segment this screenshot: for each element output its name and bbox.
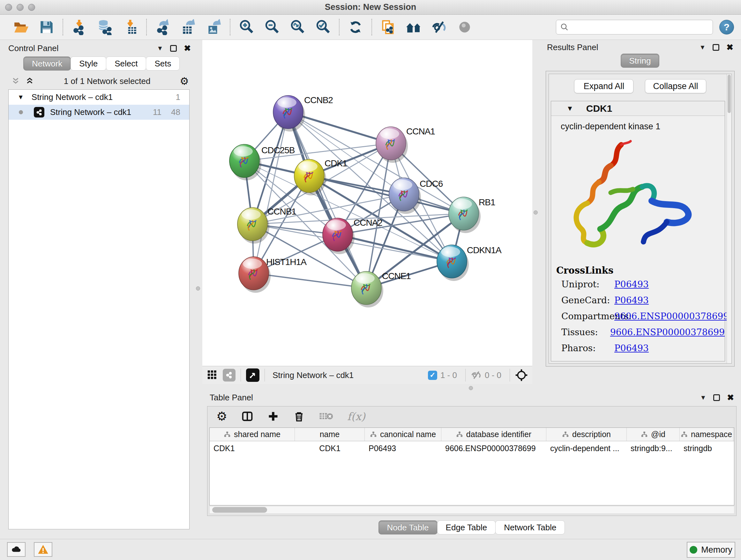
results-scrollbar-thumb[interactable] (728, 75, 731, 113)
table-row[interactable]: CDK1CDK1P064939606.ENSP00000378699cyclin… (210, 441, 734, 455)
table-cell[interactable]: 9606.ENSP00000378699 (441, 441, 546, 455)
zoom-fit-icon[interactable] (289, 19, 306, 36)
save-session-icon[interactable] (38, 19, 55, 36)
column-header-canonical-name[interactable]: canonical name (365, 428, 441, 441)
eye-icon[interactable] (456, 19, 473, 36)
open-session-icon[interactable] (13, 19, 29, 36)
network-node[interactable]: RB1 (449, 197, 495, 233)
grid-view-icon[interactable] (207, 369, 218, 381)
network-node-label: CDKN1A (467, 245, 502, 255)
gene-panel-header[interactable]: ▼ CDK1 (551, 101, 725, 116)
network-node[interactable]: HIST1H1A (239, 257, 307, 293)
tab-string[interactable]: String (621, 54, 660, 68)
column-header-shared-name[interactable]: shared name (210, 428, 295, 441)
crosslink-label: Tissues: (556, 327, 610, 337)
table-cell[interactable]: CDK1 (210, 441, 295, 455)
birdseye-view-icon[interactable] (246, 368, 259, 382)
network-type-icon (34, 107, 44, 118)
collection-caret-icon[interactable]: ▼ (17, 94, 24, 101)
crosslink-link[interactable]: P06493 (614, 279, 649, 290)
fit-selection-crosshair-icon[interactable] (515, 369, 528, 381)
expand-all-button[interactable]: Expand All (574, 79, 633, 93)
zoom-in-icon[interactable] (238, 19, 255, 36)
table-hscrollbar-thumb[interactable] (212, 507, 267, 513)
network-node[interactable]: CDK1 (294, 159, 347, 195)
export-network-icon[interactable] (154, 19, 171, 36)
results-scrollbar[interactable] (727, 74, 731, 363)
search-field[interactable] (556, 20, 713, 35)
import-table-icon[interactable] (122, 19, 138, 36)
crosslink-link[interactable]: P06493 (614, 295, 649, 306)
tab-select[interactable]: Select (106, 57, 146, 71)
table-options-gear-icon[interactable]: ⚙ (216, 409, 227, 423)
table-cell[interactable]: stringdb (680, 441, 733, 455)
table-cell[interactable]: cyclin-dependent ... (546, 441, 627, 455)
table-hscrollbar[interactable] (209, 506, 734, 514)
column-header-database-identifier[interactable]: database identifier (441, 428, 546, 441)
table-cell[interactable]: stringdb:9... (627, 441, 680, 455)
network-node[interactable]: CDKN1A (437, 245, 502, 281)
import-database-icon[interactable] (96, 19, 113, 36)
column-header-description[interactable]: description (546, 428, 627, 441)
show-columns-icon[interactable] (241, 410, 253, 422)
table-cell[interactable]: CDK1 (295, 441, 365, 455)
add-column-icon[interactable] (267, 411, 279, 422)
left-splitter-handle[interactable] (196, 287, 200, 291)
refresh-layout-icon[interactable] (347, 19, 364, 36)
collapse-all-icon[interactable] (11, 76, 20, 86)
tab-node-table[interactable]: Node Table (379, 520, 437, 535)
crosslink-link[interactable]: 9606.ENSP00000378699 (610, 327, 725, 337)
import-network-icon[interactable] (71, 19, 87, 36)
cytoscape-window: Session: New Session (0, 0, 741, 560)
right-splitter-handle[interactable] (534, 210, 538, 214)
toolbar-separator (146, 19, 147, 36)
panel-close-icon[interactable]: ✖ (184, 44, 191, 53)
panel-menu-icon[interactable]: ▼ (699, 44, 705, 51)
network-row[interactable]: String Network – cdk1 11 48 (9, 105, 189, 120)
tab-style[interactable]: Style (71, 57, 106, 71)
expand-all-icon[interactable] (25, 76, 35, 86)
memory-button[interactable]: Memory (687, 542, 735, 558)
houses-icon[interactable] (405, 19, 422, 36)
collapse-all-button[interactable]: Collapse All (645, 79, 706, 93)
crosslink-link[interactable]: P06493 (614, 343, 649, 354)
crosslink-link[interactable]: 9606.ENSP00000378699 (614, 311, 729, 321)
network-share-icon[interactable] (223, 369, 235, 381)
warning-button[interactable] (34, 542, 52, 557)
horizontal-splitter-handle[interactable] (469, 386, 473, 390)
zoom-out-icon[interactable] (264, 19, 280, 36)
hidden-eye-icon[interactable] (471, 370, 482, 381)
panel-float-icon[interactable] (713, 394, 720, 401)
search-input[interactable] (572, 23, 709, 32)
duplicate-network-icon[interactable] (380, 19, 396, 36)
delete-column-trash-icon[interactable] (293, 410, 305, 422)
network-collection-row[interactable]: ▼ String Network – cdk1 1 (9, 90, 189, 105)
glasses-slash-icon[interactable] (431, 19, 448, 36)
zoom-selected-icon[interactable] (315, 19, 331, 36)
panel-close-icon[interactable]: ✖ (727, 393, 734, 402)
tab-network-table[interactable]: Network Table (495, 520, 565, 535)
column-header--id[interactable]: @id (627, 428, 680, 441)
export-table-icon[interactable] (180, 19, 197, 36)
gene-caret-icon[interactable]: ▼ (566, 105, 574, 113)
network-edge[interactable] (338, 235, 452, 261)
panel-float-icon[interactable] (170, 45, 177, 52)
panel-menu-icon[interactable]: ▼ (157, 45, 163, 52)
selected-checkbox-icon[interactable]: ✓ (428, 371, 437, 380)
help-button[interactable]: ? (719, 20, 734, 35)
cloud-button[interactable] (7, 542, 25, 557)
tab-network[interactable]: Network (23, 57, 71, 71)
table-cell[interactable]: P06493 (365, 441, 441, 455)
tab-sets[interactable]: Sets (146, 57, 180, 71)
tab-edge-table[interactable]: Edge Table (437, 520, 496, 535)
export-image-icon[interactable] (205, 19, 222, 36)
network-edge[interactable] (254, 112, 288, 273)
panel-menu-icon[interactable]: ▼ (700, 394, 706, 401)
column-header-namespace[interactable]: namespace (680, 428, 733, 441)
network-canvas[interactable]: CCNB2CCNA1CDC25BCDK1CDC6RB1CCNB1CCNA2CDK… (202, 40, 532, 366)
column-header-name[interactable]: name (295, 428, 365, 441)
network-node[interactable]: CDC6 (389, 178, 443, 214)
panel-close-icon[interactable]: ✖ (726, 43, 733, 52)
network-options-gear-icon[interactable]: ⚙ (180, 75, 189, 87)
panel-float-icon[interactable] (713, 44, 719, 51)
